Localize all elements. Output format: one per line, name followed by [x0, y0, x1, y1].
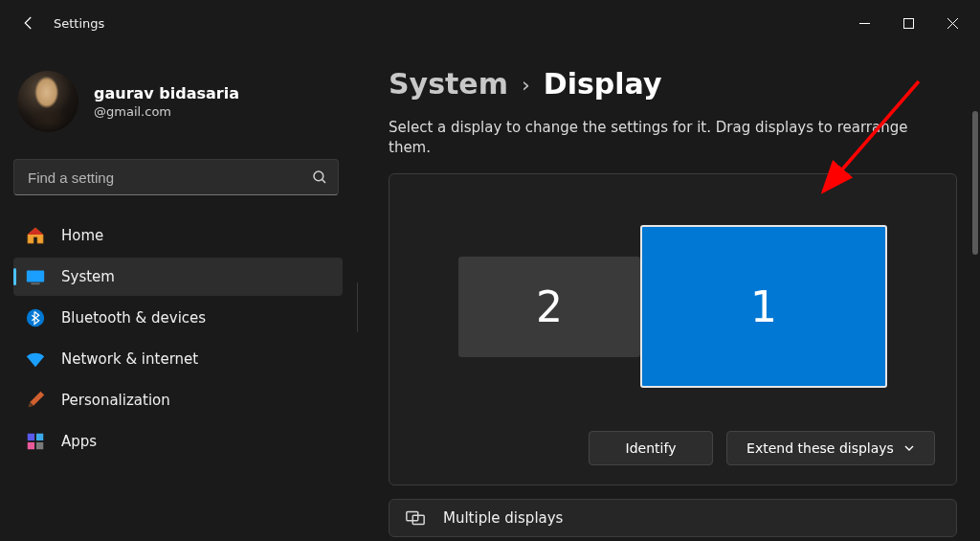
- svg-rect-4: [31, 282, 39, 284]
- display-monitor-2[interactable]: 2: [458, 257, 640, 357]
- sidebar-item-home[interactable]: Home: [13, 216, 343, 255]
- sidebar-item-apps[interactable]: Apps: [13, 422, 343, 461]
- sidebar-item-label: Bluetooth & devices: [61, 309, 206, 327]
- profile-block[interactable]: gaurav bidasaria @gmail.com: [13, 71, 343, 132]
- breadcrumb: System › Display: [389, 67, 957, 101]
- search-box[interactable]: [13, 159, 339, 195]
- sidebar-item-label: Personalization: [61, 392, 170, 409]
- avatar: [17, 71, 78, 132]
- svg-rect-9: [36, 442, 43, 449]
- sidebar-item-system[interactable]: System: [13, 258, 343, 296]
- network-icon: [25, 349, 46, 370]
- display-label: 2: [536, 282, 563, 331]
- nav: Home System Bluetooth & devices Network …: [13, 216, 343, 461]
- instruction-text: Select a display to change the settings …: [389, 118, 924, 158]
- multiple-displays-section[interactable]: Multiple displays: [389, 499, 957, 537]
- sidebar-item-label: Home: [61, 227, 103, 244]
- breadcrumb-parent[interactable]: System: [389, 67, 508, 101]
- scrollbar-thumb[interactable]: [972, 111, 978, 255]
- sidebar-item-label: Network & internet: [61, 350, 198, 368]
- breadcrumb-current: Display: [544, 67, 662, 101]
- sidebar-item-label: System: [61, 268, 115, 285]
- sidebar-item-label: Apps: [61, 433, 97, 450]
- titlebar: Settings: [0, 0, 980, 46]
- sidebar-item-personalization[interactable]: Personalization: [13, 381, 343, 419]
- system-icon: [25, 266, 46, 287]
- svg-rect-1: [903, 18, 913, 28]
- apps-icon: [25, 431, 46, 452]
- personalization-icon: [25, 390, 46, 411]
- svg-rect-3: [27, 271, 44, 282]
- minimize-icon: [859, 18, 870, 29]
- bluetooth-icon: [25, 307, 46, 328]
- display-label: 1: [750, 282, 777, 331]
- multiple-displays-icon: [405, 507, 426, 529]
- maximize-icon: [903, 18, 914, 29]
- svg-rect-7: [36, 434, 43, 440]
- display-monitor-1[interactable]: 1: [640, 225, 887, 388]
- back-arrow-icon: [20, 14, 37, 32]
- window-title: Settings: [54, 16, 104, 31]
- back-button[interactable]: [10, 4, 48, 42]
- sidebar-item-network[interactable]: Network & internet: [13, 340, 343, 378]
- identify-button[interactable]: Identify: [589, 431, 713, 465]
- button-label: Identify: [626, 440, 677, 456]
- profile-text: gaurav bidasaria @gmail.com: [94, 84, 239, 119]
- profile-name: gaurav bidasaria: [94, 84, 239, 102]
- svg-rect-8: [28, 442, 34, 449]
- close-icon: [947, 18, 958, 29]
- section-label: Multiple displays: [443, 509, 563, 527]
- home-icon: [25, 225, 46, 246]
- chevron-right-icon: ›: [522, 73, 530, 97]
- svg-rect-6: [28, 434, 34, 440]
- maximize-button[interactable]: [886, 8, 930, 38]
- main-content: System › Display Select a display to cha…: [354, 46, 980, 541]
- extend-displays-dropdown[interactable]: Extend these displays: [726, 431, 935, 465]
- display-arrangement-panel: 2 1 Identify Extend these displays: [389, 173, 957, 485]
- panel-actions: Identify Extend these displays: [411, 431, 935, 465]
- svg-point-2: [314, 171, 323, 181]
- chevron-down-icon: [903, 442, 915, 454]
- display-arrangement-area[interactable]: 2 1: [411, 211, 935, 402]
- close-button[interactable]: [930, 8, 974, 38]
- minimize-button[interactable]: [842, 8, 886, 38]
- profile-email: @gmail.com: [94, 104, 239, 119]
- window-controls: [842, 8, 974, 38]
- button-label: Extend these displays: [746, 440, 894, 456]
- sidebar: gaurav bidasaria @gmail.com Home System: [0, 46, 354, 541]
- search-input[interactable]: [28, 169, 311, 186]
- search-icon: [311, 169, 328, 186]
- sidebar-item-bluetooth[interactable]: Bluetooth & devices: [13, 299, 343, 337]
- svg-rect-0: [859, 23, 870, 24]
